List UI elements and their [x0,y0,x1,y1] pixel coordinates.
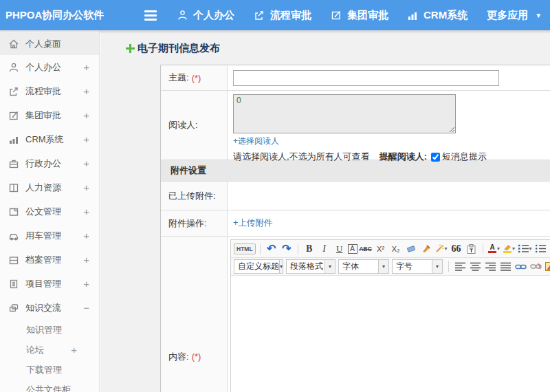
sidebar-item-group-approval[interactable]: 集团审批 + [0,103,99,127]
sms-notify-checkbox[interactable] [431,153,440,162]
strikethrough-button[interactable]: ABC [359,242,373,256]
nav-more-apps[interactable]: 更多应用 ▼ [487,9,542,22]
required-mark: (*) [192,73,201,83]
align-left-button[interactable] [453,260,467,274]
upload-attachment-link[interactable]: +上传附件 [233,217,272,229]
format-clear-button[interactable] [404,242,418,256]
insert-link-button[interactable] [514,260,527,274]
page-body: 个人桌面 个人办公 + 流程审批 + 集团审批 + [0,30,550,392]
blockquote-button[interactable]: 66 [450,242,463,256]
expand-plus-icon[interactable]: + [83,206,89,217]
readers-textarea[interactable]: 0 [233,94,456,133]
subscript-button[interactable]: X₂ [389,242,403,256]
caret-down-icon: ▾ [512,246,515,252]
nav-group-approval[interactable]: 集团审批 [331,9,388,22]
expand-plus-icon[interactable]: + [71,344,77,356]
sidebar-item-document-mgmt[interactable]: 公文管理 + [0,199,99,224]
caret-down-icon: ▾ [445,246,448,252]
expand-plus-icon[interactable]: + [83,230,89,241]
italic-button[interactable]: I [318,242,331,256]
expand-plus-icon[interactable]: + [83,254,89,265]
subject-input[interactable] [233,70,499,86]
expand-plus-icon[interactable]: + [83,157,89,169]
app-logo[interactable]: PHPOA协同办公软件 [6,9,109,22]
select-readers-link[interactable]: +选择阅读人 [233,135,279,147]
person-icon [177,10,188,21]
sidebar-subitem-forum[interactable]: 论坛 + [0,340,99,360]
sidebar-item-archive-mgmt[interactable]: 档案管理 + [0,248,99,272]
heading-select[interactable]: 自定义标题 ▾ [234,259,283,274]
uploaded-attachments-row: 已上传附件: [161,181,550,210]
editor-toolbar-row-2: 自定义标题 ▾ 段落格式 ▾ 字体 ▾ [231,258,550,276]
document-icon [8,206,19,217]
stacked-chat-icon [8,303,19,314]
font-border-button[interactable]: A [348,244,358,254]
superscript-button[interactable]: X² [374,242,388,256]
magic-wand-icon [435,244,444,253]
brush-icon [421,244,430,253]
sidebar-item-project-mgmt[interactable]: 项目管理 + [0,272,99,296]
readers-hint-line: 请选择阅读人,不选为所有人可查看 提醒阅读人: 短消息提示 [233,151,550,163]
book-icon [8,182,19,193]
sidebar-item-admin-office[interactable]: 行政办公 + [0,151,99,175]
chart-icon [8,134,19,145]
bold-button[interactable]: B [302,242,316,256]
sidebar-item-workflow-approval[interactable]: 流程审批 + [0,79,99,103]
caret-down-icon: ▾ [432,260,442,273]
nav-workflow-approval[interactable]: 流程审批 [254,9,311,22]
readers-row: 阅读人: 0 +选择阅读人 请选择阅读人,不选为所有人可查看 提醒阅读人: 短消… [161,90,550,160]
rich-text-editor: HTML ↶ ↷ B I U A ABC X² X₂ [230,239,550,392]
unordered-list-button[interactable] [534,242,547,256]
collapse-minus-icon[interactable]: − [83,302,89,314]
paste-text-button[interactable] [465,242,478,256]
font-color-button[interactable]: A ▾ [487,242,501,256]
top-nav: 个人办公 流程审批 集团审批 [177,9,542,22]
insert-image-button[interactable] [544,260,550,274]
redo-button[interactable]: ↷ [280,242,294,256]
align-justify-button[interactable] [498,260,512,274]
align-justify-icon [500,262,511,271]
expand-plus-icon[interactable]: + [83,182,89,193]
editor-content-area[interactable] [231,276,550,392]
expand-plus-icon[interactable]: + [83,61,89,73]
underline-button[interactable]: U [333,242,346,256]
expand-plus-icon[interactable]: + [83,133,89,145]
align-center-button[interactable] [468,260,482,274]
sidebar-item-crm[interactable]: CRM系统 + [0,127,99,151]
align-right-button[interactable] [483,260,497,274]
highlight-color-button[interactable]: ▾ [503,242,516,256]
expand-plus-icon[interactable]: + [83,85,89,97]
remind-readers-label: 提醒阅读人: [380,151,427,163]
font-family-select[interactable]: 字体 ▾ [338,259,389,274]
clipboard-icon [467,244,476,254]
source-code-button[interactable]: HTML [234,243,256,254]
sidebar-item-hr[interactable]: 人力资源 + [0,175,99,199]
paragraph-format-select[interactable]: 段落格式 ▾ [286,259,336,274]
sidebar-subitem-public-file-cabinet[interactable]: 公共文件柜 [0,380,99,392]
unlink-button[interactable] [529,260,542,274]
sidebar-item-knowledge-exchange[interactable]: 知识交流 − [0,296,99,320]
ordered-list-button[interactable]: ▾ [518,242,532,256]
hamburger-menu-icon[interactable] [144,8,157,23]
nav-personal-office[interactable]: 个人办公 [177,9,234,22]
format-painter-button[interactable] [419,242,433,256]
sidebar-subitem-knowledge-mgmt[interactable]: 知识管理 [0,320,99,340]
font-size-select[interactable]: 字号 ▾ [392,259,443,274]
nav-crm-system[interactable]: CRM系统 [408,9,468,22]
archive-icon [8,254,19,265]
align-left-icon [455,262,465,271]
undo-button[interactable]: ↶ [265,242,278,256]
sidebar-item-personal-office[interactable]: 个人办公 + [0,55,99,79]
uploaded-attachments-value [228,182,550,210]
caret-down-icon: ▾ [324,260,335,273]
expand-plus-icon[interactable]: + [83,109,89,121]
content-label-cell: 内容: (*) [161,237,228,392]
edit-icon [331,10,342,21]
image-icon [545,262,550,271]
sidebar-subitem-download-mgmt[interactable]: 下载管理 [0,360,99,380]
sidebar-item-vehicle-mgmt[interactable]: 用车管理 + [0,224,99,248]
notebook-icon [8,279,19,290]
auto-typeset-button[interactable]: ▾ [434,242,448,256]
expand-plus-icon[interactable]: + [83,278,89,290]
sidebar-item-desktop[interactable]: 个人桌面 [0,33,99,55]
